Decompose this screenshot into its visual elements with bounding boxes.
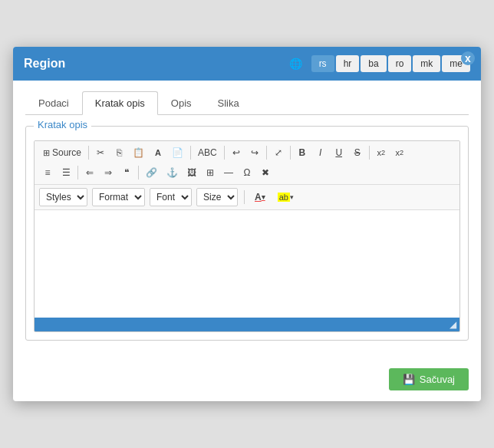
tab-podaci[interactable]: Podaci bbox=[25, 91, 82, 115]
blockquote-button[interactable]: ❝ bbox=[118, 164, 135, 181]
underline-button[interactable]: U bbox=[331, 144, 347, 161]
section-label: Kratak opis bbox=[34, 119, 91, 130]
language-tabs: 🌐 rs hr ba ro mk me bbox=[282, 54, 470, 73]
editor-toolbar-row1: ⊞ Source ✂ ⎘ 📋 A 📄 ABC ↩ ↪ bbox=[35, 141, 459, 185]
outdent-button[interactable]: ⇐ bbox=[81, 164, 98, 181]
size-select[interactable]: Size bbox=[196, 188, 238, 206]
redo-button[interactable]: ↪ bbox=[246, 144, 263, 161]
font-select[interactable]: Font bbox=[150, 188, 192, 206]
numbered-list-button[interactable]: ≡ bbox=[39, 164, 56, 181]
lang-tab-rs[interactable]: rs bbox=[311, 55, 334, 72]
paste-button[interactable]: 📋 bbox=[129, 144, 148, 161]
editor-resize-bar: ◢ bbox=[35, 318, 459, 331]
paste-text-button[interactable]: A bbox=[150, 144, 166, 161]
section-kratak-opis: Kratak opis ⊞ Source ✂ ⎘ 📋 A 📄 bbox=[25, 126, 469, 341]
strikethrough-button[interactable]: S bbox=[349, 144, 366, 161]
copy-button[interactable]: ⎘ bbox=[110, 144, 127, 161]
tab-kratak-opis[interactable]: Kratak opis bbox=[82, 91, 158, 115]
modal-footer: 💾 Sačuvaj bbox=[13, 362, 481, 401]
editor-content-area[interactable] bbox=[35, 210, 459, 318]
modal-dialog: Region 🌐 rs hr ba ro mk me x Podaci Krat… bbox=[13, 47, 481, 401]
separator-9 bbox=[244, 190, 245, 204]
separator-7 bbox=[77, 166, 78, 180]
spellcheck-button[interactable]: ABC bbox=[194, 144, 221, 161]
indent-button[interactable]: ⇒ bbox=[100, 164, 117, 181]
font-color-icon: A bbox=[255, 192, 262, 203]
highlight-arrow: ▾ bbox=[290, 193, 294, 201]
modal-header: Region 🌐 rs hr ba ro mk me x bbox=[13, 47, 481, 81]
separator-6 bbox=[369, 146, 370, 160]
horizontal-line-button[interactable]: — bbox=[220, 164, 237, 181]
modal-title: Region bbox=[24, 57, 65, 71]
source-label: Source bbox=[52, 147, 81, 158]
separator-8 bbox=[138, 166, 139, 180]
tab-slika[interactable]: Slika bbox=[205, 91, 252, 115]
separator-2 bbox=[190, 146, 191, 160]
font-color-button[interactable]: A ▾ bbox=[251, 189, 269, 206]
table-button[interactable]: ⊞ bbox=[202, 164, 219, 181]
toolbar-row-1: ⊞ Source ✂ ⎘ 📋 A 📄 ABC ↩ ↪ bbox=[39, 144, 455, 161]
subscript-button[interactable]: x2 bbox=[373, 144, 390, 161]
modal-body: Podaci Kratak opis Opis Slika Kratak opi… bbox=[13, 81, 481, 362]
bullet-list-button[interactable]: ☰ bbox=[58, 164, 74, 181]
separator-4 bbox=[266, 146, 267, 160]
special-char-button[interactable]: Ω bbox=[239, 164, 255, 181]
save-icon: 💾 bbox=[403, 374, 415, 385]
source-button[interactable]: ⊞ Source bbox=[39, 144, 85, 161]
toolbar-row-2: ≡ ☰ ⇐ ⇒ ❝ 🔗 ⚓ 🖼 ⊞ — Ω ✖ bbox=[39, 164, 455, 181]
separator-1 bbox=[88, 146, 89, 160]
tab-bar: Podaci Kratak opis Opis Slika bbox=[25, 91, 469, 115]
close-button[interactable]: x bbox=[461, 51, 475, 65]
separator-3 bbox=[224, 146, 225, 160]
lang-tab-ro[interactable]: ro bbox=[388, 55, 412, 72]
resize-icon: ◢ bbox=[450, 319, 456, 330]
lang-tab-hr[interactable]: hr bbox=[336, 55, 360, 72]
undo-button[interactable]: ↩ bbox=[228, 144, 245, 161]
save-label: Sačuvaj bbox=[420, 374, 455, 385]
save-button[interactable]: 💾 Sačuvaj bbox=[389, 368, 469, 390]
highlight-icon: ab bbox=[278, 193, 290, 202]
source-icon: ⊞ bbox=[43, 148, 50, 158]
font-color-arrow: ▾ bbox=[262, 193, 265, 201]
format-select[interactable]: Format bbox=[92, 188, 145, 206]
styles-select[interactable]: Styles bbox=[39, 188, 87, 206]
anchor-button[interactable]: ⚓ bbox=[163, 164, 182, 181]
image-button[interactable]: 🖼 bbox=[183, 164, 200, 181]
paste-word-button[interactable]: 📄 bbox=[168, 144, 187, 161]
link-button[interactable]: 🔗 bbox=[142, 164, 161, 181]
superscript-button[interactable]: x2 bbox=[391, 144, 408, 161]
remove-format-button[interactable]: ✖ bbox=[257, 164, 274, 181]
lang-tab-mk[interactable]: mk bbox=[413, 55, 440, 72]
italic-button[interactable]: I bbox=[312, 144, 329, 161]
toolbar-selects-row: Styles Format Font Size A ▾ bbox=[35, 185, 459, 210]
rich-text-editor: ⊞ Source ✂ ⎘ 📋 A 📄 ABC ↩ ↪ bbox=[34, 140, 460, 332]
highlight-color-button[interactable]: ab ▾ bbox=[274, 189, 298, 206]
tab-opis[interactable]: Opis bbox=[158, 91, 205, 115]
bold-button[interactable]: B bbox=[294, 144, 311, 161]
cut-button[interactable]: ✂ bbox=[92, 144, 109, 161]
separator-5 bbox=[290, 146, 291, 160]
lang-tab-globe[interactable]: 🌐 bbox=[282, 54, 310, 73]
fullscreen-button[interactable]: ⤢ bbox=[270, 144, 287, 161]
lang-tab-ba[interactable]: ba bbox=[361, 55, 386, 72]
